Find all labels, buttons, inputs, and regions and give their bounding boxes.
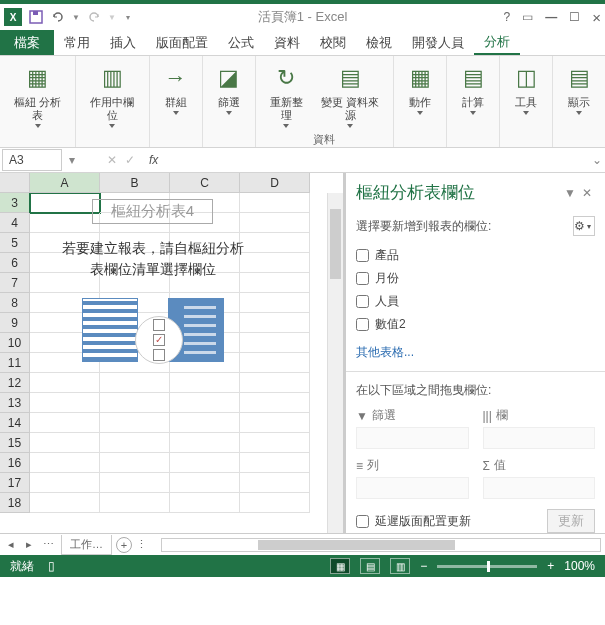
zoom-level[interactable]: 100% [564, 559, 595, 573]
row-header[interactable]: 4 [0, 213, 30, 233]
pivot-table-button[interactable]: ▦樞紐 分析表 [6, 60, 69, 130]
cell[interactable] [100, 413, 170, 433]
tab-analyze[interactable]: 分析 [474, 30, 520, 55]
field-item[interactable]: 數值2 [356, 313, 595, 336]
row-header[interactable]: 5 [0, 233, 30, 253]
expand-formula-icon[interactable]: ⌄ [589, 153, 605, 167]
change-source-button[interactable]: ▤變更 資料來源 [313, 60, 387, 130]
normal-view-button[interactable]: ▦ [330, 558, 350, 574]
undo-dropdown-icon[interactable]: ▼ [72, 13, 80, 22]
row-header[interactable]: 14 [0, 413, 30, 433]
tab-view[interactable]: 檢視 [356, 30, 402, 55]
cell[interactable] [100, 373, 170, 393]
defer-checkbox[interactable] [356, 515, 369, 528]
update-button[interactable]: 更新 [547, 509, 595, 533]
cell[interactable] [100, 453, 170, 473]
sheet-nav-menu-icon[interactable]: ⋯ [40, 538, 57, 551]
undo-icon[interactable] [50, 9, 66, 25]
worksheet-grid[interactable]: A B C D 3456789101112131415161718 樞紐分析表4… [0, 173, 345, 533]
field-checkbox[interactable] [356, 295, 369, 308]
cell[interactable] [240, 393, 310, 413]
row-header[interactable]: 7 [0, 273, 30, 293]
page-layout-view-button[interactable]: ▤ [360, 558, 380, 574]
rows-drop-zone[interactable]: ≡列 [356, 457, 469, 499]
cell[interactable] [240, 433, 310, 453]
macro-record-icon[interactable]: ▯ [48, 559, 55, 573]
col-header[interactable]: A [30, 173, 100, 193]
sheet-tab[interactable]: 工作… [61, 535, 112, 555]
cell[interactable] [170, 473, 240, 493]
add-sheet-button[interactable]: + [116, 537, 132, 553]
namebox-dropdown-icon[interactable]: ▾ [64, 153, 79, 167]
col-header[interactable]: C [170, 173, 240, 193]
save-icon[interactable] [28, 9, 44, 25]
field-checkbox[interactable] [356, 249, 369, 262]
field-checkbox[interactable] [356, 272, 369, 285]
row-header[interactable]: 16 [0, 453, 30, 473]
fx-label[interactable]: fx [143, 153, 164, 167]
field-item[interactable]: 人員 [356, 290, 595, 313]
close-icon[interactable]: × [592, 9, 601, 26]
row-header[interactable]: 3 [0, 193, 30, 213]
select-all-corner[interactable] [0, 173, 30, 193]
row-header[interactable]: 6 [0, 253, 30, 273]
tab-home[interactable]: 常用 [54, 30, 100, 55]
filter-button[interactable]: ◪篩選 [209, 60, 249, 117]
cell[interactable] [30, 393, 100, 413]
cell[interactable] [100, 493, 170, 513]
tab-developer[interactable]: 開發人員 [402, 30, 474, 55]
pane-close-icon[interactable]: ✕ [579, 186, 595, 200]
page-break-view-button[interactable]: ▥ [390, 558, 410, 574]
cell[interactable] [240, 493, 310, 513]
row-header[interactable]: 12 [0, 373, 30, 393]
cell[interactable] [170, 493, 240, 513]
cell[interactable] [170, 393, 240, 413]
pane-dropdown-icon[interactable]: ▼ [561, 186, 579, 200]
cell[interactable] [170, 413, 240, 433]
cell[interactable] [30, 473, 100, 493]
row-header[interactable]: 17 [0, 473, 30, 493]
cell[interactable] [100, 433, 170, 453]
minimize-icon[interactable]: — [545, 10, 557, 24]
cell[interactable] [30, 373, 100, 393]
group-button[interactable]: →群組 [156, 60, 196, 117]
tab-layout[interactable]: 版面配置 [146, 30, 218, 55]
row-header[interactable]: 13 [0, 393, 30, 413]
cell[interactable] [170, 453, 240, 473]
tools-button[interactable]: ◫工具 [506, 60, 546, 117]
cell[interactable] [30, 453, 100, 473]
tab-formulas[interactable]: 公式 [218, 30, 264, 55]
columns-drop-zone[interactable]: |||欄 [483, 407, 596, 449]
redo-icon[interactable] [86, 9, 102, 25]
cell[interactable] [240, 473, 310, 493]
horizontal-scrollbar[interactable] [161, 538, 601, 552]
actions-button[interactable]: ▦動作 [400, 60, 440, 117]
row-header[interactable]: 8 [0, 293, 30, 313]
sheet-tab-menu-icon[interactable]: ⋮ [136, 538, 147, 551]
tab-data[interactable]: 資料 [264, 30, 310, 55]
cell[interactable] [30, 413, 100, 433]
cell[interactable] [240, 373, 310, 393]
qat-customize-icon[interactable]: ▾ [126, 13, 130, 22]
row-header[interactable]: 11 [0, 353, 30, 373]
more-tables-link[interactable]: 其他表格... [356, 344, 595, 361]
cell[interactable] [100, 393, 170, 413]
formula-input[interactable] [164, 149, 589, 171]
cell[interactable] [240, 413, 310, 433]
filter-drop-zone[interactable]: ▼篩選 [356, 407, 469, 449]
vertical-scrollbar[interactable] [327, 193, 343, 533]
values-drop-zone[interactable]: Σ值 [483, 457, 596, 499]
redo-dropdown-icon[interactable]: ▼ [108, 13, 116, 22]
field-checkbox[interactable] [356, 318, 369, 331]
col-header[interactable]: B [100, 173, 170, 193]
active-field-button[interactable]: ▥作用中欄位 [82, 60, 142, 130]
row-header[interactable]: 10 [0, 333, 30, 353]
name-box[interactable]: A3 [2, 149, 62, 171]
cell[interactable] [100, 473, 170, 493]
tab-file[interactable]: 檔案 [0, 30, 54, 55]
refresh-button[interactable]: ↻重新整理 [262, 60, 312, 130]
col-header[interactable]: D [240, 173, 310, 193]
field-item[interactable]: 產品 [356, 244, 595, 267]
tab-review[interactable]: 校閱 [310, 30, 356, 55]
field-item[interactable]: 月份 [356, 267, 595, 290]
